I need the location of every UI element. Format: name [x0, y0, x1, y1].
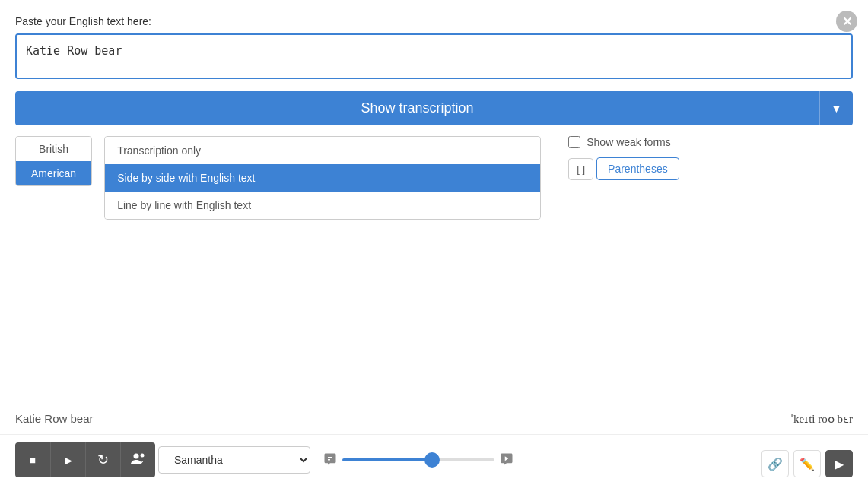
right-options: Show weak forms [ ] Parentheses — [568, 136, 679, 180]
parentheses-button[interactable]: Parentheses — [596, 157, 679, 180]
text-input[interactable]: Katie Row bear — [15, 33, 853, 79]
speed-slider[interactable] — [342, 458, 494, 461]
show-weak-forms-label[interactable]: Show weak forms — [568, 136, 679, 148]
transcription-only-option[interactable]: Transcription only — [105, 137, 540, 164]
voice-select-container: Samantha — [158, 446, 310, 474]
transcript-area: Katie Row bear ˈkeɪti roʊ bɛr — [0, 403, 868, 432]
svg-point-1 — [140, 453, 144, 457]
stop-button[interactable]: ■ — [15, 442, 50, 477]
voice-select[interactable]: Samantha — [158, 446, 310, 474]
square-bracket-button[interactable]: [ ] — [568, 158, 593, 180]
show-weak-forms-checkbox[interactable] — [568, 136, 580, 148]
transcription-dropdown-button[interactable]: ▼ — [819, 91, 853, 125]
play-tool-icon: ▶ — [835, 457, 844, 471]
fast-speech-icon — [499, 452, 514, 468]
repeat-button[interactable]: ↻ — [85, 442, 120, 477]
play-tool-button[interactable]: ▶ — [825, 450, 853, 477]
edit-tool-button[interactable]: ✏️ — [793, 450, 821, 477]
chevron-down-icon: ▼ — [831, 103, 842, 115]
side-by-side-option[interactable]: Side by side with English text — [105, 164, 540, 192]
play-button[interactable]: ▶ — [50, 442, 85, 477]
svg-point-0 — [133, 453, 138, 458]
voices-button[interactable] — [120, 442, 155, 477]
slow-speech-icon — [323, 452, 338, 468]
display-mode-selector: Transcription only Side by side with Eng… — [104, 136, 541, 220]
link-tool-button[interactable]: 🔗 — [761, 450, 789, 477]
speed-section — [323, 452, 514, 468]
show-transcription-button[interactable]: Show transcription — [15, 91, 819, 125]
link-icon: 🔗 — [768, 457, 783, 471]
british-dialect-button[interactable]: British — [16, 137, 91, 161]
show-weak-forms-text: Show weak forms — [587, 136, 670, 148]
dialect-selector: British American — [15, 136, 92, 186]
edit-icon: ✏️ — [800, 457, 815, 471]
voices-icon — [131, 452, 146, 468]
transcript-english: Katie Row bear — [15, 412, 94, 426]
american-dialect-button[interactable]: American — [16, 161, 91, 185]
transcript-phonetic: ˈkeɪti roʊ bɛr — [790, 412, 853, 426]
stop-icon: ■ — [30, 455, 36, 466]
repeat-icon: ↻ — [97, 452, 109, 468]
line-by-line-option[interactable]: Line by line with English text — [105, 192, 540, 219]
paste-label: Paste your English text here: — [15, 15, 853, 27]
play-icon: ▶ — [65, 455, 72, 466]
close-button[interactable]: ✕ — [836, 11, 857, 32]
brackets-selector: [ ] Parentheses — [568, 157, 679, 180]
